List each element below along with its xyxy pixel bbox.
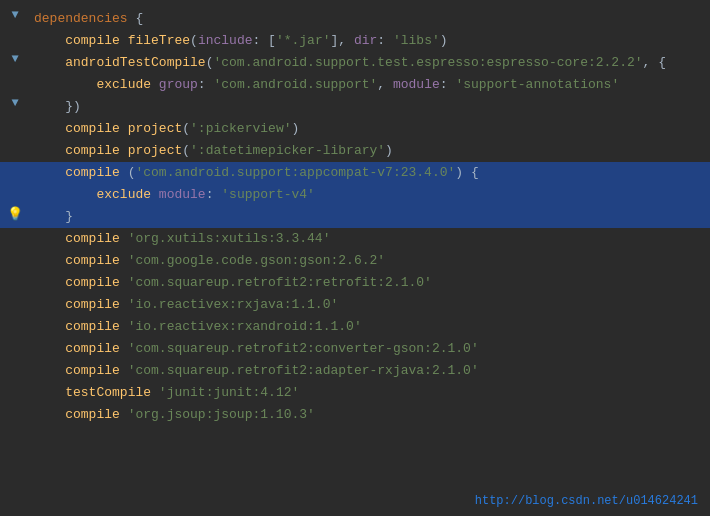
code-text: compile 'io.reactivex:rxandroid:1.1.0': [30, 316, 710, 338]
code-line: compile project(':datetimepicker-library…: [0, 140, 710, 162]
fold-icon[interactable]: ▼: [11, 52, 18, 66]
fold-icon[interactable]: ▼: [11, 8, 18, 22]
code-text: exclude module: 'support-v4': [30, 184, 710, 206]
code-text: compile project(':datetimepicker-library…: [30, 140, 710, 162]
line-gutter: ▼: [0, 8, 30, 22]
code-line: ▼ androidTestCompile('com.android.suppor…: [0, 52, 710, 74]
code-text: compile 'com.google.code.gson:gson:2.6.2…: [30, 250, 710, 272]
line-gutter: ▼: [0, 96, 30, 110]
code-line: compile 'com.squareup.retrofit2:retrofit…: [0, 272, 710, 294]
code-text: }: [30, 206, 710, 228]
code-text: compile 'io.reactivex:rxjava:1.1.0': [30, 294, 710, 316]
code-line: compile 'org.xutils:xutils:3.3.44': [0, 228, 710, 250]
code-line: compile 'io.reactivex:rxjava:1.1.0': [0, 294, 710, 316]
code-line: ▼ }): [0, 96, 710, 118]
fold-close-icon[interactable]: ▼: [11, 96, 18, 110]
code-text: compile 'com.squareup.retrofit2:converte…: [30, 338, 710, 360]
code-text: compile 'com.squareup.retrofit2:retrofit…: [30, 272, 710, 294]
code-line: compile 'com.squareup.retrofit2:converte…: [0, 338, 710, 360]
code-line: ▼dependencies {: [0, 8, 710, 30]
code-line: compile 'com.google.code.gson:gson:2.6.2…: [0, 250, 710, 272]
code-line: compile 'org.jsoup:jsoup:1.10.3': [0, 404, 710, 426]
code-text: compile ('com.android.support:appcompat-…: [30, 162, 710, 184]
code-text: compile 'org.xutils:xutils:3.3.44': [30, 228, 710, 250]
bulb-icon[interactable]: 💡: [7, 206, 23, 222]
code-line: exclude group: 'com.android.support', mo…: [0, 74, 710, 96]
code-text: dependencies {: [30, 8, 710, 30]
code-line: compile ('com.android.support:appcompat-…: [0, 162, 710, 184]
code-text: compile fileTree(include: ['*.jar'], dir…: [30, 30, 710, 52]
line-gutter: ▼: [0, 52, 30, 66]
footer-link: http://blog.csdn.net/u014624241: [475, 494, 698, 508]
code-line: compile fileTree(include: ['*.jar'], dir…: [0, 30, 710, 52]
code-text: exclude group: 'com.android.support', mo…: [30, 74, 710, 96]
code-text: compile 'org.jsoup:jsoup:1.10.3': [30, 404, 710, 426]
code-editor: ▼dependencies { compile fileTree(include…: [0, 0, 710, 516]
code-text: }): [30, 96, 710, 118]
code-text: compile 'com.squareup.retrofit2:adapter-…: [30, 360, 710, 382]
code-line: testCompile 'junit:junit:4.12': [0, 382, 710, 404]
code-line: compile 'com.squareup.retrofit2:adapter-…: [0, 360, 710, 382]
code-area: ▼dependencies { compile fileTree(include…: [0, 0, 710, 434]
code-line: 💡 }: [0, 206, 710, 228]
code-line: compile 'io.reactivex:rxandroid:1.1.0': [0, 316, 710, 338]
code-line: compile project(':pickerview'): [0, 118, 710, 140]
line-gutter: 💡: [0, 206, 30, 222]
code-text: androidTestCompile('com.android.support.…: [30, 52, 710, 74]
code-line: exclude module: 'support-v4': [0, 184, 710, 206]
code-text: compile project(':pickerview'): [30, 118, 710, 140]
code-text: testCompile 'junit:junit:4.12': [30, 382, 710, 404]
